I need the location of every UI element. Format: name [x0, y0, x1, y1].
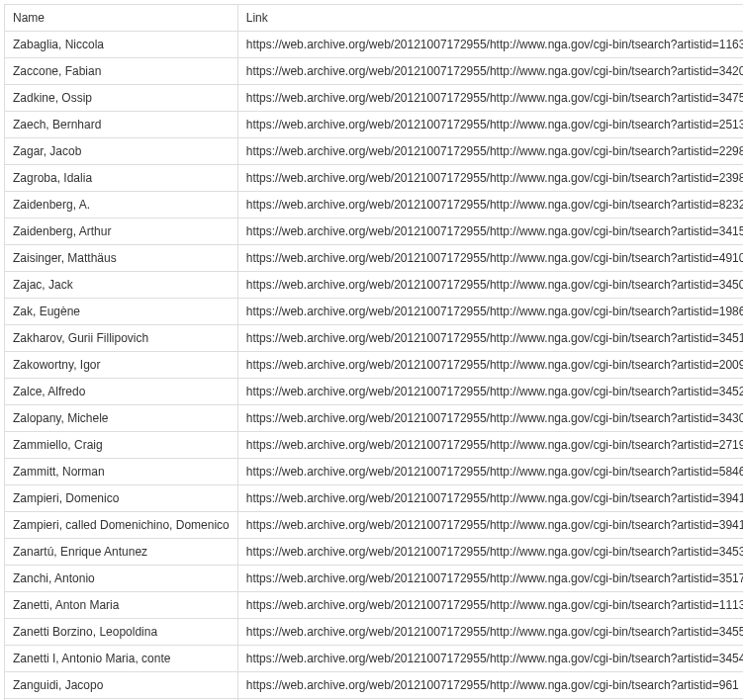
table-header-row: Name Link	[5, 5, 744, 32]
cell-name: Zaech, Bernhard	[5, 112, 238, 138]
artist-link[interactable]: https://web.archive.org/web/201210071729…	[246, 251, 743, 265]
cell-link: https://web.archive.org/web/201210071729…	[237, 165, 743, 192]
table-row: Zanartú, Enrique Antunezhttps://web.arch…	[5, 539, 744, 566]
artist-link[interactable]: https://web.archive.org/web/201210071729…	[246, 652, 743, 665]
artist-link[interactable]: https://web.archive.org/web/201210071729…	[246, 64, 743, 78]
artist-link[interactable]: https://web.archive.org/web/201210071729…	[246, 224, 743, 238]
table-row: Zanetti I, Antonio Maria, contehttps://w…	[5, 646, 744, 672]
cell-name: Zajac, Jack	[5, 272, 238, 299]
cell-name: Zaidenberg, A.	[5, 192, 238, 219]
cell-link: https://web.archive.org/web/201210071729…	[237, 539, 743, 566]
cell-link: https://web.archive.org/web/201210071729…	[237, 592, 743, 619]
cell-name: Zakharov, Gurii Fillipovich	[5, 325, 238, 352]
cell-link: https://web.archive.org/web/201210071729…	[237, 672, 743, 699]
cell-name: Zaccone, Fabian	[5, 58, 238, 85]
artist-link[interactable]: https://web.archive.org/web/201210071729…	[246, 358, 743, 372]
header-link: Link	[237, 5, 743, 32]
artist-table: Name Link Zabaglia, Niccolahttps://web.a…	[4, 4, 743, 700]
artist-link[interactable]: https://web.archive.org/web/201210071729…	[246, 491, 743, 505]
table-row: Zanchi, Antoniohttps://web.archive.org/w…	[5, 566, 744, 592]
cell-link: https://web.archive.org/web/201210071729…	[237, 352, 743, 379]
artist-link[interactable]: https://web.archive.org/web/201210071729…	[246, 118, 743, 131]
cell-name: Zanetti I, Antonio Maria, conte	[5, 646, 238, 672]
cell-link: https://web.archive.org/web/201210071729…	[237, 566, 743, 592]
table-row: Zammitt, Normanhttps://web.archive.org/w…	[5, 459, 744, 485]
artist-link[interactable]: https://web.archive.org/web/201210071729…	[246, 625, 743, 639]
artist-link[interactable]: https://web.archive.org/web/201210071729…	[246, 465, 743, 479]
cell-link: https://web.archive.org/web/201210071729…	[237, 379, 743, 405]
cell-link: https://web.archive.org/web/201210071729…	[237, 405, 743, 432]
table-row: Zadkine, Ossiphttps://web.archive.org/we…	[5, 85, 744, 112]
cell-link: https://web.archive.org/web/201210071729…	[237, 272, 743, 299]
table-row: Zagar, Jacobhttps://web.archive.org/web/…	[5, 138, 744, 165]
cell-link: https://web.archive.org/web/201210071729…	[237, 619, 743, 646]
cell-name: Zampieri, called Domenichino, Domenico	[5, 512, 238, 539]
table-row: Zampieri, Domenicohttps://web.archive.or…	[5, 485, 744, 512]
cell-link: https://web.archive.org/web/201210071729…	[237, 58, 743, 85]
cell-link: https://web.archive.org/web/201210071729…	[237, 85, 743, 112]
artist-link[interactable]: https://web.archive.org/web/201210071729…	[246, 305, 743, 318]
cell-link: https://web.archive.org/web/201210071729…	[237, 325, 743, 352]
cell-name: Zaidenberg, Arthur	[5, 219, 238, 245]
cell-link: https://web.archive.org/web/201210071729…	[237, 219, 743, 245]
table-row: Zammiello, Craighttps://web.archive.org/…	[5, 432, 744, 459]
header-name: Name	[5, 5, 238, 32]
table-row: Zaidenberg, Arthurhttps://web.archive.or…	[5, 219, 744, 245]
table-row: Zampieri, called Domenichino, Domenicoht…	[5, 512, 744, 539]
cell-link: https://web.archive.org/web/201210071729…	[237, 485, 743, 512]
table-row: Zalce, Alfredohttps://web.archive.org/we…	[5, 379, 744, 405]
cell-name: Zanguidi, Jacopo	[5, 672, 238, 699]
table-row: Zaccone, Fabianhttps://web.archive.org/w…	[5, 58, 744, 85]
table-row: Zaidenberg, A.https://web.archive.org/we…	[5, 192, 744, 219]
cell-link: https://web.archive.org/web/201210071729…	[237, 459, 743, 485]
cell-link: https://web.archive.org/web/201210071729…	[237, 432, 743, 459]
artist-link[interactable]: https://web.archive.org/web/201210071729…	[246, 91, 743, 105]
artist-link[interactable]: https://web.archive.org/web/201210071729…	[246, 278, 743, 292]
cell-name: Zammitt, Norman	[5, 459, 238, 485]
artist-link[interactable]: https://web.archive.org/web/201210071729…	[246, 171, 743, 185]
cell-name: Zadkine, Ossip	[5, 85, 238, 112]
cell-name: Zaisinger, Matthäus	[5, 245, 238, 272]
cell-name: Zalopany, Michele	[5, 405, 238, 432]
table-row: Zakowortny, Igorhttps://web.archive.org/…	[5, 352, 744, 379]
cell-name: Zak, Eugène	[5, 299, 238, 325]
artist-link[interactable]: https://web.archive.org/web/201210071729…	[246, 438, 743, 452]
table-row: Zaech, Bernhardhttps://web.archive.org/w…	[5, 112, 744, 138]
artist-link[interactable]: https://web.archive.org/web/201210071729…	[246, 678, 739, 692]
artist-link[interactable]: https://web.archive.org/web/201210071729…	[246, 38, 743, 51]
cell-link: https://web.archive.org/web/201210071729…	[237, 646, 743, 672]
artist-link[interactable]: https://web.archive.org/web/201210071729…	[246, 198, 743, 212]
cell-name: Zanchi, Antonio	[5, 566, 238, 592]
artist-link[interactable]: https://web.archive.org/web/201210071729…	[246, 571, 743, 585]
cell-link: https://web.archive.org/web/201210071729…	[237, 112, 743, 138]
cell-name: Zagroba, Idalia	[5, 165, 238, 192]
cell-name: Zanetti Borzino, Leopoldina	[5, 619, 238, 646]
cell-name: Zalce, Alfredo	[5, 379, 238, 405]
cell-name: Zanartú, Enrique Antunez	[5, 539, 238, 566]
cell-name: Zanetti, Anton Maria	[5, 592, 238, 619]
table-row: Zabaglia, Niccolahttps://web.archive.org…	[5, 32, 744, 58]
artist-link[interactable]: https://web.archive.org/web/201210071729…	[246, 331, 743, 345]
artist-link[interactable]: https://web.archive.org/web/201210071729…	[246, 598, 743, 612]
cell-link: https://web.archive.org/web/201210071729…	[237, 245, 743, 272]
artist-link[interactable]: https://web.archive.org/web/201210071729…	[246, 518, 743, 532]
table-row: Zanguidi, Jacopohttps://web.archive.org/…	[5, 672, 744, 699]
table-row: Zajac, Jackhttps://web.archive.org/web/2…	[5, 272, 744, 299]
table-row: Zalopany, Michelehttps://web.archive.org…	[5, 405, 744, 432]
artist-link[interactable]: https://web.archive.org/web/201210071729…	[246, 144, 743, 158]
cell-link: https://web.archive.org/web/201210071729…	[237, 299, 743, 325]
cell-name: Zammiello, Craig	[5, 432, 238, 459]
artist-link[interactable]: https://web.archive.org/web/201210071729…	[246, 411, 743, 425]
cell-link: https://web.archive.org/web/201210071729…	[237, 32, 743, 58]
cell-link: https://web.archive.org/web/201210071729…	[237, 192, 743, 219]
artist-link[interactable]: https://web.archive.org/web/201210071729…	[246, 545, 743, 559]
cell-link: https://web.archive.org/web/201210071729…	[237, 512, 743, 539]
cell-link: https://web.archive.org/web/201210071729…	[237, 138, 743, 165]
cell-name: Zagar, Jacob	[5, 138, 238, 165]
table-row: Zagroba, Idaliahttps://web.archive.org/w…	[5, 165, 744, 192]
table-row: Zakharov, Gurii Fillipovichhttps://web.a…	[5, 325, 744, 352]
cell-name: Zabaglia, Niccola	[5, 32, 238, 58]
table-row: Zanetti, Anton Mariahttps://web.archive.…	[5, 592, 744, 619]
artist-link[interactable]: https://web.archive.org/web/201210071729…	[246, 385, 743, 398]
table-row: Zanetti Borzino, Leopoldinahttps://web.a…	[5, 619, 744, 646]
